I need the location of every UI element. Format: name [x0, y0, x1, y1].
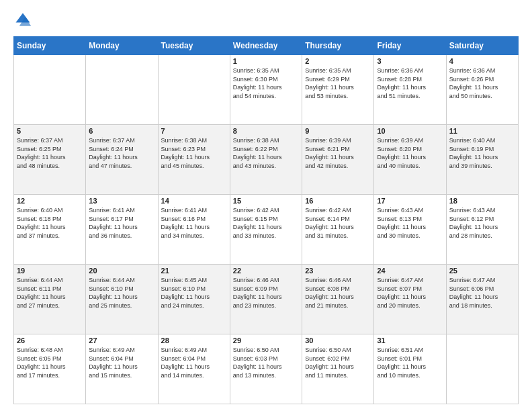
day-number: 24 [377, 267, 443, 275]
calendar-week-row: 5Sunrise: 6:37 AM Sunset: 6:25 PM Daylig… [14, 125, 519, 195]
day-number: 20 [89, 267, 154, 275]
day-info: Sunrise: 6:38 AM Sunset: 6:23 PM Dayligh… [161, 136, 227, 170]
page: Sunday Monday Tuesday Wednesday Thursday… [0, 0, 532, 411]
day-number: 27 [89, 336, 154, 345]
day-number: 2 [305, 57, 371, 65]
day-number: 15 [233, 197, 299, 205]
day-info: Sunrise: 6:50 AM Sunset: 6:02 PM Dayligh… [305, 346, 371, 379]
day-number: 18 [449, 197, 515, 205]
day-info: Sunrise: 6:35 AM Sunset: 6:29 PM Dayligh… [305, 66, 371, 100]
table-row: 16Sunrise: 6:42 AM Sunset: 6:14 PM Dayli… [302, 195, 374, 265]
day-number: 22 [233, 267, 299, 275]
table-row: 29Sunrise: 6:50 AM Sunset: 6:03 PM Dayli… [230, 334, 302, 404]
day-number: 28 [161, 336, 227, 345]
day-info: Sunrise: 6:37 AM Sunset: 6:25 PM Dayligh… [17, 136, 83, 170]
table-row: 5Sunrise: 6:37 AM Sunset: 6:25 PM Daylig… [14, 125, 86, 195]
day-number: 31 [377, 336, 443, 345]
table-row: 4Sunrise: 6:36 AM Sunset: 6:26 PM Daylig… [446, 55, 518, 125]
day-info: Sunrise: 6:39 AM Sunset: 6:20 PM Dayligh… [377, 136, 443, 170]
day-number: 17 [377, 197, 443, 205]
day-number: 21 [161, 267, 227, 275]
day-number: 10 [377, 127, 443, 135]
day-info: Sunrise: 6:37 AM Sunset: 6:24 PM Dayligh… [89, 136, 154, 170]
table-row: 26Sunrise: 6:48 AM Sunset: 6:05 PM Dayli… [14, 334, 86, 404]
day-info: Sunrise: 6:41 AM Sunset: 6:17 PM Dayligh… [89, 206, 154, 240]
table-row: 14Sunrise: 6:41 AM Sunset: 6:16 PM Dayli… [158, 195, 230, 265]
day-info: Sunrise: 6:49 AM Sunset: 6:04 PM Dayligh… [89, 346, 154, 379]
day-number: 12 [17, 197, 83, 205]
day-info: Sunrise: 6:45 AM Sunset: 6:10 PM Dayligh… [161, 276, 227, 310]
day-info: Sunrise: 6:39 AM Sunset: 6:21 PM Dayligh… [305, 136, 371, 170]
header [13, 11, 519, 30]
calendar-header-row: Sunday Monday Tuesday Wednesday Thursday… [14, 37, 519, 55]
table-row [86, 55, 158, 125]
table-row [446, 334, 518, 404]
table-row: 7Sunrise: 6:38 AM Sunset: 6:23 PM Daylig… [158, 125, 230, 195]
table-row: 31Sunrise: 6:51 AM Sunset: 6:01 PM Dayli… [374, 334, 446, 404]
day-info: Sunrise: 6:47 AM Sunset: 6:07 PM Dayligh… [377, 276, 443, 310]
table-row: 9Sunrise: 6:39 AM Sunset: 6:21 PM Daylig… [302, 125, 374, 195]
day-info: Sunrise: 6:43 AM Sunset: 6:12 PM Dayligh… [449, 206, 515, 240]
day-info: Sunrise: 6:38 AM Sunset: 6:22 PM Dayligh… [233, 136, 299, 170]
day-number: 6 [89, 127, 154, 135]
calendar-table: Sunday Monday Tuesday Wednesday Thursday… [13, 36, 519, 404]
day-number: 11 [449, 127, 515, 135]
day-number: 7 [161, 127, 227, 135]
day-info: Sunrise: 6:41 AM Sunset: 6:16 PM Dayligh… [161, 206, 227, 240]
table-row: 6Sunrise: 6:37 AM Sunset: 6:24 PM Daylig… [86, 125, 158, 195]
header-sunday: Sunday [14, 37, 86, 55]
day-info: Sunrise: 6:51 AM Sunset: 6:01 PM Dayligh… [377, 346, 443, 379]
table-row: 21Sunrise: 6:45 AM Sunset: 6:10 PM Dayli… [158, 265, 230, 334]
day-info: Sunrise: 6:43 AM Sunset: 6:13 PM Dayligh… [377, 206, 443, 240]
calendar-week-row: 12Sunrise: 6:40 AM Sunset: 6:18 PM Dayli… [14, 195, 519, 265]
day-number: 25 [449, 267, 515, 275]
day-number: 4 [449, 57, 515, 65]
header-thursday: Thursday [302, 37, 374, 55]
day-info: Sunrise: 6:49 AM Sunset: 6:04 PM Dayligh… [161, 346, 227, 379]
day-number: 8 [233, 127, 299, 135]
table-row: 17Sunrise: 6:43 AM Sunset: 6:13 PM Dayli… [374, 195, 446, 265]
table-row: 13Sunrise: 6:41 AM Sunset: 6:17 PM Dayli… [86, 195, 158, 265]
day-info: Sunrise: 6:44 AM Sunset: 6:11 PM Dayligh… [17, 276, 83, 310]
day-number: 29 [233, 336, 299, 345]
table-row: 30Sunrise: 6:50 AM Sunset: 6:02 PM Dayli… [302, 334, 374, 404]
day-number: 9 [305, 127, 371, 135]
day-info: Sunrise: 6:42 AM Sunset: 6:14 PM Dayligh… [305, 206, 371, 240]
header-friday: Friday [374, 37, 446, 55]
logo-icon [13, 11, 32, 30]
day-info: Sunrise: 6:42 AM Sunset: 6:15 PM Dayligh… [233, 206, 299, 240]
table-row: 24Sunrise: 6:47 AM Sunset: 6:07 PM Dayli… [374, 265, 446, 334]
day-info: Sunrise: 6:40 AM Sunset: 6:18 PM Dayligh… [17, 206, 83, 240]
table-row: 25Sunrise: 6:47 AM Sunset: 6:06 PM Dayli… [446, 265, 518, 334]
day-info: Sunrise: 6:40 AM Sunset: 6:19 PM Dayligh… [449, 136, 515, 170]
table-row: 22Sunrise: 6:46 AM Sunset: 6:09 PM Dayli… [230, 265, 302, 334]
day-number: 13 [89, 197, 154, 205]
day-number: 16 [305, 197, 371, 205]
calendar-week-row: 26Sunrise: 6:48 AM Sunset: 6:05 PM Dayli… [14, 334, 519, 404]
calendar-week-row: 19Sunrise: 6:44 AM Sunset: 6:11 PM Dayli… [14, 265, 519, 334]
day-number: 19 [17, 267, 83, 275]
table-row: 10Sunrise: 6:39 AM Sunset: 6:20 PM Dayli… [374, 125, 446, 195]
day-number: 14 [161, 197, 227, 205]
day-number: 3 [377, 57, 443, 65]
day-number: 30 [305, 336, 371, 345]
day-info: Sunrise: 6:46 AM Sunset: 6:08 PM Dayligh… [305, 276, 371, 310]
day-info: Sunrise: 6:47 AM Sunset: 6:06 PM Dayligh… [449, 276, 515, 310]
table-row: 27Sunrise: 6:49 AM Sunset: 6:04 PM Dayli… [86, 334, 158, 404]
day-info: Sunrise: 6:44 AM Sunset: 6:10 PM Dayligh… [89, 276, 154, 310]
table-row: 12Sunrise: 6:40 AM Sunset: 6:18 PM Dayli… [14, 195, 86, 265]
table-row: 8Sunrise: 6:38 AM Sunset: 6:22 PM Daylig… [230, 125, 302, 195]
header-monday: Monday [86, 37, 158, 55]
table-row: 15Sunrise: 6:42 AM Sunset: 6:15 PM Dayli… [230, 195, 302, 265]
day-info: Sunrise: 6:46 AM Sunset: 6:09 PM Dayligh… [233, 276, 299, 310]
header-wednesday: Wednesday [230, 37, 302, 55]
table-row: 1Sunrise: 6:35 AM Sunset: 6:30 PM Daylig… [230, 55, 302, 125]
logo [13, 11, 35, 30]
calendar-week-row: 1Sunrise: 6:35 AM Sunset: 6:30 PM Daylig… [14, 55, 519, 125]
table-row: 11Sunrise: 6:40 AM Sunset: 6:19 PM Dayli… [446, 125, 518, 195]
day-number: 5 [17, 127, 83, 135]
day-info: Sunrise: 6:36 AM Sunset: 6:28 PM Dayligh… [377, 66, 443, 100]
table-row [158, 55, 230, 125]
table-row: 19Sunrise: 6:44 AM Sunset: 6:11 PM Dayli… [14, 265, 86, 334]
day-number: 1 [233, 57, 299, 65]
